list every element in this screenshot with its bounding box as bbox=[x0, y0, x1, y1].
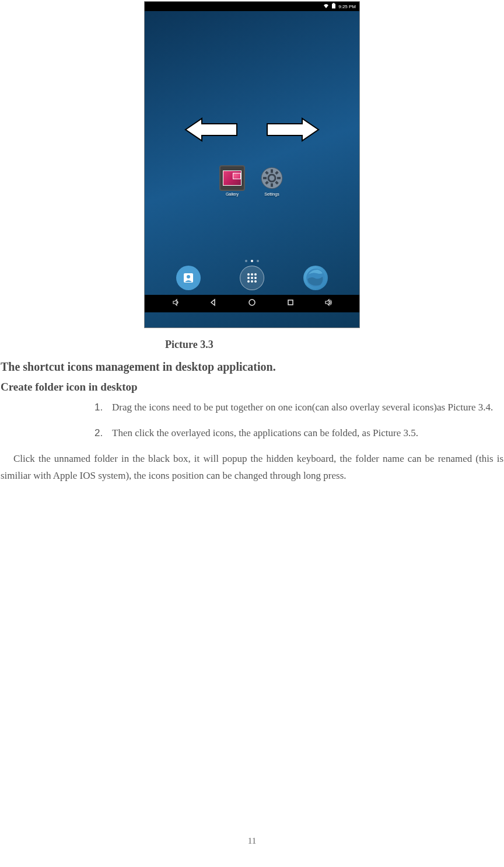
gallery-label: Gallery bbox=[218, 192, 247, 196]
svg-rect-6 bbox=[263, 177, 267, 179]
svg-point-19 bbox=[254, 277, 257, 279]
app-gallery[interactable]: Gallery bbox=[218, 165, 247, 196]
list-text: Then click the overlayed icons, the appl… bbox=[112, 425, 504, 441]
home-screen: Gallery bbox=[145, 11, 359, 295]
svg-point-14 bbox=[247, 273, 250, 276]
svg-rect-5 bbox=[271, 183, 273, 187]
heading-shortcut-management: The shortcut icons management in desktop… bbox=[0, 360, 504, 374]
gallery-icon bbox=[219, 165, 245, 191]
status-bar: 9:25 PM bbox=[145, 2, 359, 11]
dock-browser-icon[interactable] bbox=[303, 266, 328, 290]
svg-rect-4 bbox=[271, 169, 273, 173]
nav-volume-up-icon[interactable] bbox=[324, 298, 332, 309]
nav-recent-icon[interactable] bbox=[286, 298, 295, 309]
embedded-screenshot: 9:25 PM bbox=[144, 0, 360, 328]
page-indicator bbox=[145, 260, 359, 262]
app-settings[interactable]: Settings bbox=[257, 165, 286, 196]
dock-contacts-icon[interactable] bbox=[176, 266, 201, 290]
status-time: 9:25 PM bbox=[338, 4, 356, 9]
heading-create-folder: Create folder icon in desktop bbox=[0, 381, 504, 394]
arrow-left-icon bbox=[184, 116, 238, 143]
settings-label: Settings bbox=[257, 192, 286, 196]
svg-rect-7 bbox=[277, 177, 281, 179]
svg-point-17 bbox=[247, 277, 250, 279]
svg-rect-1 bbox=[333, 3, 335, 4]
list-item: 1. Drag the icons need to be put togethe… bbox=[94, 399, 504, 416]
nav-home-icon[interactable] bbox=[248, 298, 256, 309]
body-paragraph: Click the unnamed folder in the black bo… bbox=[0, 451, 504, 485]
svg-point-20 bbox=[247, 280, 250, 283]
svg-point-24 bbox=[249, 300, 255, 305]
tablet-screen: 9:25 PM bbox=[144, 1, 360, 328]
home-apps-row: Gallery bbox=[145, 165, 359, 196]
dock-app-drawer-icon[interactable] bbox=[240, 266, 264, 290]
arrow-right-icon bbox=[266, 116, 320, 143]
svg-point-13 bbox=[187, 275, 190, 278]
settings-icon bbox=[259, 165, 285, 191]
nav-bar bbox=[145, 295, 359, 312]
svg-point-21 bbox=[251, 280, 253, 283]
dock bbox=[145, 266, 359, 290]
swipe-arrows-overlay bbox=[145, 116, 359, 143]
svg-rect-0 bbox=[332, 4, 335, 9]
svg-point-16 bbox=[254, 273, 257, 276]
list-text: Drag the icons need to be put together o… bbox=[112, 399, 504, 416]
page-number: 11 bbox=[0, 836, 504, 846]
wifi-icon bbox=[323, 4, 329, 9]
svg-rect-25 bbox=[288, 300, 293, 305]
list-item: 2. Then click the overlayed icons, the a… bbox=[94, 425, 504, 441]
svg-point-22 bbox=[254, 280, 257, 283]
list-number: 2. bbox=[94, 425, 112, 441]
svg-point-18 bbox=[251, 277, 253, 279]
figure-caption: Picture 3.3 bbox=[0, 339, 504, 351]
steps-list: 1. Drag the icons need to be put togethe… bbox=[0, 399, 504, 441]
nav-back-icon[interactable] bbox=[209, 298, 218, 309]
nav-volume-down-icon[interactable] bbox=[172, 298, 180, 309]
svg-point-15 bbox=[251, 273, 253, 276]
list-number: 1. bbox=[94, 399, 112, 416]
battery-icon bbox=[331, 3, 336, 10]
